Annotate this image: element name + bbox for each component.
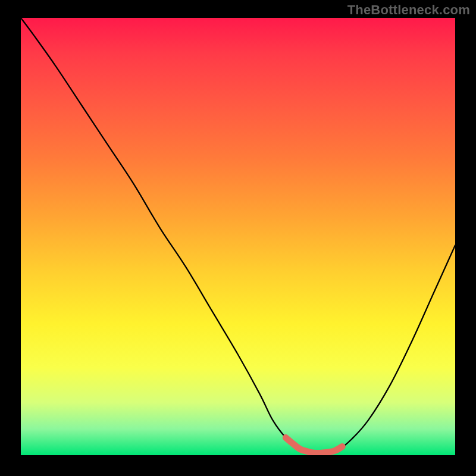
watermark-text: TheBottleneck.com bbox=[347, 2, 470, 18]
bottleneck-curve bbox=[21, 18, 455, 453]
plot-area bbox=[21, 18, 455, 455]
optimal-range-highlight bbox=[286, 438, 342, 453]
plot-svg bbox=[21, 18, 455, 455]
chart-frame: TheBottleneck.com bbox=[0, 0, 476, 476]
